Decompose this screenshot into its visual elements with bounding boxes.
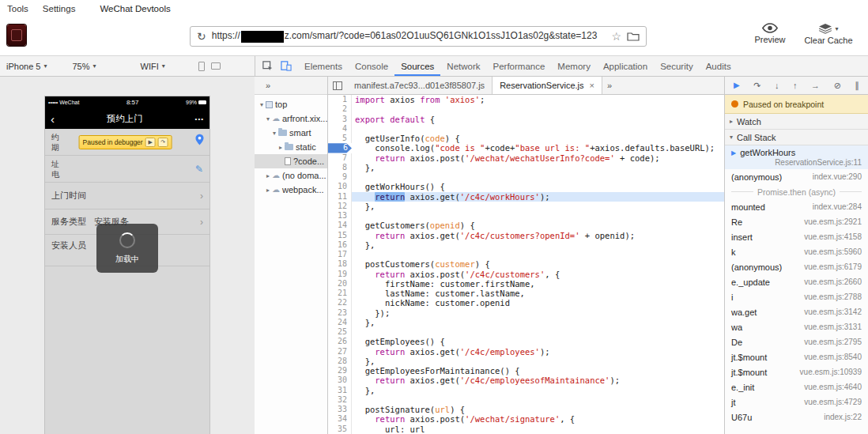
step-icon[interactable]: → — [811, 81, 820, 90]
frame-location[interactable]: vue.esm.js:8540 — [804, 353, 862, 361]
form-row-contact[interactable]: 址 电 ✎ — [45, 156, 209, 183]
step-into-icon[interactable]: ↓ — [775, 81, 779, 90]
code-text[interactable]: nickName: customer.openid — [352, 298, 724, 308]
tab-console[interactable]: Console — [349, 56, 394, 76]
editor-tab-reservationservice-js[interactable]: ReservationService.js× — [492, 77, 602, 94]
frame-location[interactable]: vue.esm.js:3142 — [804, 308, 862, 316]
code-text[interactable]: return axios.get('/c4c/customers?openId=… — [352, 231, 724, 240]
line-number[interactable]: 7 — [328, 153, 352, 163]
navigator-toggle-icon[interactable] — [333, 81, 342, 90]
call-stack-frame-re[interactable]: Revue.esm.js:2921 — [725, 214, 868, 229]
frame-location[interactable]: vue.esm.js:5960 — [804, 247, 862, 256]
code-text[interactable]: getCustomers(openid) { — [352, 221, 724, 230]
deactivate-breakpoints-icon[interactable]: ⊘ — [834, 81, 841, 90]
tab-sources[interactable]: Sources — [394, 56, 440, 76]
frame-location[interactable]: vue.esm.js:2921 — [804, 217, 862, 226]
frame-location[interactable]: vue.esm.js:2660 — [804, 277, 862, 286]
more-tabs-icon[interactable]: » — [266, 81, 270, 90]
disclosure-arrow-icon[interactable]: ▸ — [264, 187, 272, 194]
device-frame-icon[interactable] — [211, 62, 221, 70]
line-number[interactable]: 15 — [328, 231, 352, 240]
inspect-element-icon[interactable] — [262, 61, 274, 72]
call-stack-frame-getworkhours[interactable]: ▶getWorkHoursReservationService.js:11 — [725, 145, 868, 169]
tree-item-smart[interactable]: ▾smart — [255, 126, 327, 140]
line-number[interactable]: 19 — [328, 270, 352, 279]
code-text[interactable]: return axios.post('/wechat/signature', { — [352, 414, 724, 424]
disclosure-arrow-icon[interactable]: ▾ — [264, 115, 272, 123]
call-stack-frame-wa[interactable]: wavue.esm.js:3131 — [725, 319, 868, 334]
frame-location[interactable]: vue.esm.js:2788 — [804, 292, 862, 301]
frame-location[interactable]: vue.esm.js:10939 — [800, 368, 862, 376]
line-number[interactable]: 8 — [328, 163, 352, 172]
code-text[interactable] — [352, 104, 724, 114]
frame-location[interactable]: vue.esm.js:4729 — [804, 398, 862, 406]
disclosure-arrow-icon[interactable]: ▾ — [270, 130, 278, 137]
call-stack-frame-jt-mount[interactable]: jt.$mountvue.esm.js:8540 — [725, 349, 868, 364]
code-text[interactable]: return axios.post('/wechat/wechatUserInf… — [352, 153, 724, 163]
call-stack-frame-de[interactable]: Devue.esm.js:2795 — [725, 334, 868, 349]
step-out-icon[interactable]: ↑ — [793, 81, 798, 90]
code-text[interactable]: return axios.get('/c4c/employees'); — [352, 347, 724, 357]
call-stack-frame-jt[interactable]: jtvue.esm.js:4729 — [725, 394, 868, 409]
tree-item-arfront-xix[interactable]: ▾☁arfront.xix... — [255, 111, 327, 126]
code-text[interactable] — [352, 327, 724, 337]
edit-pencil-icon[interactable]: ✎ — [195, 164, 203, 175]
line-number[interactable]: 22 — [328, 298, 352, 308]
editor-more-tabs-icon[interactable]: » — [607, 81, 612, 90]
line-number[interactable]: 13 — [328, 211, 352, 221]
location-pin-icon[interactable] — [195, 134, 204, 149]
zoom-select[interactable]: 75% ▾ — [72, 62, 96, 71]
line-number[interactable]: 2 — [328, 104, 352, 114]
frame-location[interactable]: vue.esm.js:4158 — [804, 232, 862, 241]
form-row-visit-time[interactable]: 上门时间 › — [45, 183, 209, 209]
code-text[interactable]: import axios from 'axios'; — [352, 95, 724, 104]
line-number[interactable]: 1 — [328, 95, 352, 104]
device-mode-icon[interactable] — [281, 61, 292, 71]
frame-location[interactable]: vue.esm.js:2795 — [804, 338, 862, 346]
code-text[interactable]: firstName: customer.firstName, — [352, 279, 724, 289]
tab-elements[interactable]: Elements — [298, 56, 349, 76]
code-text[interactable]: lastName: customer.lastName, — [352, 289, 724, 298]
editor-tab-manifest-a7ec93-d01e3f85807-js[interactable]: manifest.a7ec93...d01e3f85807.js — [347, 77, 492, 94]
line-number[interactable]: 3 — [328, 115, 352, 124]
line-number[interactable]: 23 — [328, 308, 352, 318]
line-number[interactable]: 17 — [328, 250, 352, 259]
tab-security[interactable]: Security — [654, 56, 700, 76]
watch-section-header[interactable]: ▸ Watch — [725, 114, 868, 130]
line-number[interactable]: 10 — [328, 182, 352, 191]
code-text[interactable]: }, — [352, 357, 724, 366]
tree-item-static[interactable]: ▸static — [255, 140, 327, 154]
call-stack-frame-i[interactable]: ivue.esm.js:2788 — [725, 289, 868, 304]
line-number[interactable]: 14 — [328, 221, 352, 230]
frame-location[interactable]: vue.esm.js:3131 — [804, 323, 862, 331]
code-view[interactable]: 1import axios from 'axios';23export defa… — [328, 95, 724, 434]
call-stack-frame-k[interactable]: kvue.esm.js:5960 — [725, 244, 868, 259]
code-text[interactable]: postCustomers(customer) { — [352, 259, 724, 269]
line-number[interactable]: 18 — [328, 259, 352, 269]
code-text[interactable] — [352, 124, 724, 134]
rotate-device-icon[interactable] — [198, 62, 205, 71]
call-stack-frame-e-update[interactable]: e._updatevue.esm.js:2660 — [725, 274, 868, 289]
code-text[interactable]: url: url — [352, 425, 724, 434]
call-stack-frame-insert[interactable]: insertvue.esm.js:4158 — [725, 229, 868, 244]
line-number[interactable]: 35 — [328, 425, 352, 434]
line-number[interactable]: 26 — [328, 337, 352, 346]
line-number[interactable]: 30 — [328, 376, 352, 385]
line-number[interactable]: 24 — [328, 318, 352, 327]
code-text[interactable]: getEmployees() { — [352, 337, 724, 346]
bookmark-star-icon[interactable]: ☆ — [611, 30, 621, 43]
line-number[interactable]: 34 — [328, 414, 352, 424]
save-folder-icon[interactable] — [627, 32, 640, 41]
pause-on-exceptions-icon[interactable]: ∥ — [855, 81, 859, 90]
line-number[interactable]: 11 — [328, 192, 352, 202]
frame-location[interactable]: index.vue:290 — [813, 172, 862, 181]
resume-script-icon[interactable]: ▶ — [734, 81, 740, 89]
tab-audits[interactable]: Audits — [700, 56, 738, 76]
frame-location[interactable]: vue.esm.js:4640 — [804, 383, 862, 391]
tree-item-top[interactable]: ▾top — [255, 97, 327, 111]
code-text[interactable]: }, — [352, 240, 724, 250]
line-number[interactable]: 31 — [328, 386, 352, 395]
code-text[interactable]: }, — [352, 386, 724, 395]
call-stack-section-header[interactable]: ▾ Call Stack — [725, 130, 868, 145]
refresh-icon[interactable]: ↻ — [197, 31, 206, 42]
